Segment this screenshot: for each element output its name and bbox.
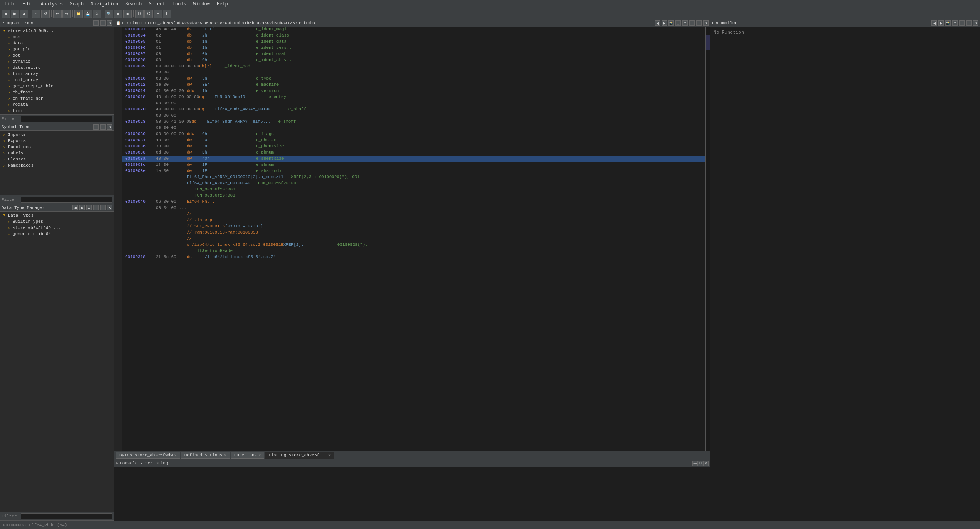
console-min[interactable]: — (692, 461, 698, 466)
symbol-tree-item[interactable]: ▷Exports (0, 138, 114, 144)
code-line[interactable]: 001000380d 00dw Dhe_phnum (122, 150, 705, 156)
program-tree-item[interactable]: ▷rodata (0, 102, 114, 108)
code-line[interactable]: 0010000601db 1he_ident_vers... (122, 45, 705, 52)
listing-min[interactable]: — (689, 20, 695, 26)
code-line[interactable]: Elf64_Phdr_ARRAY_00100040[3].p_memsz+1XR… (122, 175, 705, 181)
code-line[interactable]: 00 00 00 (122, 101, 705, 107)
menu-analysis[interactable]: Analysis (38, 1, 66, 8)
code-line[interactable]: 0010003e1e 00dw 1Ehe_shstrndx (122, 169, 705, 175)
toolbar-open[interactable]: 📁 (74, 10, 83, 18)
program-tree-item[interactable]: ▼store_ab2c5f9d9.... (0, 28, 114, 34)
menu-search[interactable]: Search (122, 1, 145, 8)
listing-tab[interactable]: Functions✕ (231, 452, 264, 459)
decompiler-snapshot[interactable]: 📸 (945, 20, 951, 26)
menu-edit[interactable]: Edit (20, 1, 37, 8)
menu-file[interactable]: File (2, 1, 19, 8)
toolbar-refresh[interactable]: ↺ (41, 10, 50, 18)
listing-expand[interactable]: ⊞ (675, 20, 681, 26)
code-line[interactable]: Elf64_Phdr_ARRAY_00100040FUN_00356f20:00… (122, 181, 705, 187)
code-line[interactable]: 0010002850 66 41 00 00dq Elf64_Shdr_ARRA… (122, 119, 705, 125)
console-content[interactable] (114, 467, 710, 521)
menu-help[interactable]: Help (214, 1, 231, 8)
code-line[interactable]: // .interp (122, 218, 705, 224)
code-line[interactable]: 0010003c1f 00dw 1Fhe_shnum (122, 162, 705, 169)
decompiler-close[interactable]: ✕ (973, 20, 978, 26)
data-type-close[interactable]: ✕ (107, 205, 112, 210)
code-line[interactable]: // (122, 212, 705, 218)
code-line[interactable]: 00 00 (122, 70, 705, 76)
toolbar-label[interactable]: L (163, 10, 171, 18)
code-line[interactable]: 0010000900 00 00 00 00 00db[7] e_ident_p… (122, 64, 705, 70)
tab-close-icon[interactable]: ✕ (174, 453, 177, 457)
program-trees-content[interactable]: ▼store_ab2c5f9d9....▷bss▷data▷got plt▷go… (0, 27, 114, 114)
data-type-item[interactable]: ▷store_ab2c5f9d9.... (0, 225, 114, 231)
code-line[interactable]: FUN_00356f20:003 (122, 187, 705, 193)
code-line[interactable]: 0010000402db 2he_ident_class (122, 33, 705, 39)
decompiler-min[interactable]: — (959, 20, 965, 26)
data-type-content[interactable]: ▼Data Types▷BuiltInTypes▷store_ab2c5f9d9… (0, 212, 114, 512)
listing-close[interactable]: ✕ (703, 20, 709, 26)
decompiler-max[interactable]: □ (966, 20, 972, 26)
data-type-nav-fwd[interactable]: ▶ (79, 205, 85, 210)
data-type-min[interactable]: — (93, 205, 99, 210)
code-line[interactable]: _lf$ectionHeade (122, 249, 705, 255)
code-line[interactable]: 0010000501db 1he_ident_data (122, 39, 705, 45)
symbol-tree-item[interactable]: ▷Imports (0, 132, 114, 138)
symbol-tree-item[interactable]: ▷Classes (0, 156, 114, 162)
listing-nav-back[interactable]: ◀ (655, 20, 660, 26)
program-tree-item[interactable]: ▷fini (0, 108, 114, 114)
code-line[interactable]: 0010003638 00dw 38he_phentsize (122, 144, 705, 150)
data-type-nav-back[interactable]: ◀ (72, 205, 78, 210)
tab-close-icon[interactable]: ✕ (224, 453, 226, 457)
data-type-filter-input[interactable] (21, 513, 112, 519)
symbol-tree-item[interactable]: ▷Labels (0, 150, 114, 156)
menu-graph[interactable]: Graph (67, 1, 87, 8)
toolbar-run[interactable]: ▶ (114, 10, 122, 18)
code-line[interactable]: 0010002040 00 00 00 00 00dq Elf64_Phdr_A… (122, 107, 705, 113)
symbol-tree-close[interactable]: ✕ (107, 124, 112, 130)
data-type-item[interactable]: ▷BuiltInTypes (0, 219, 114, 225)
console-max[interactable]: □ (698, 461, 703, 466)
listing-tab[interactable]: Bytes store_ab2c5f9d9✕ (116, 452, 180, 459)
toolbar-function[interactable]: F (154, 10, 162, 18)
symbol-tree-min[interactable]: — (93, 124, 99, 130)
program-tree-item[interactable]: ▷got plt (0, 46, 114, 52)
code-line[interactable]: 0010000145 4c 44ds "ELF"e_ident_magi... (122, 27, 705, 33)
code-line[interactable]: 0010000700db 0he_ident_osabi (122, 52, 705, 58)
decompiler-help[interactable]: ? (952, 20, 958, 26)
program-tree-item[interactable]: ▷gcc_except_table (0, 83, 114, 89)
code-line[interactable]: 001003182f 6c 69ds "/lib64/ld-linux-x86-… (122, 255, 705, 261)
program-tree-item[interactable]: ▷dynamic (0, 58, 114, 65)
menu-select[interactable]: Select (146, 1, 168, 8)
program-trees-close[interactable]: ✕ (107, 20, 112, 26)
toolbar-undo[interactable]: ↩ (53, 10, 62, 18)
data-type-max[interactable]: □ (100, 205, 106, 210)
code-line[interactable]: // SHT_PROGBITS [0x318 - 0x333] (122, 224, 705, 230)
program-trees-filter-input[interactable] (21, 116, 112, 122)
tab-close-icon[interactable]: ✕ (328, 453, 331, 457)
menu-window[interactable]: Window (190, 1, 213, 8)
code-line[interactable]: 0010003000 00 00 00ddw 0he_flags (122, 132, 705, 138)
code-line[interactable]: 0010003440 00dw 40he_ehsize (122, 138, 705, 144)
symbol-tree-item[interactable]: ▷Namespaces (0, 162, 114, 169)
tab-close-icon[interactable]: ✕ (258, 453, 261, 457)
toolbar-up[interactable]: ▲ (20, 10, 28, 18)
code-area[interactable]: 0010000145 4c 44ds "ELF"e_ident_magi...0… (122, 27, 705, 451)
code-line[interactable]: 00 00 00 (122, 125, 705, 132)
data-type-nav-up[interactable]: ▲ (86, 205, 92, 210)
code-line[interactable]: 00 00 00 (122, 113, 705, 119)
code-line[interactable]: 001000123e 00dw 3Ehe_machine (122, 82, 705, 88)
program-tree-item[interactable]: ▷bss (0, 34, 114, 40)
data-type-item[interactable]: ▼Data Types (0, 212, 114, 219)
code-line[interactable]: // (122, 236, 705, 242)
program-tree-item[interactable]: ▷data (0, 40, 114, 46)
program-tree-item[interactable]: ▷init_array (0, 77, 114, 83)
menu-tools[interactable]: Tools (169, 1, 189, 8)
menu-navigation[interactable]: Navigation (87, 1, 121, 8)
listing-nav-fwd[interactable]: ▶ (662, 20, 667, 26)
listing-tab[interactable]: Defined Strings✕ (181, 452, 230, 459)
program-tree-item[interactable]: ▷data.rel.ro (0, 65, 114, 71)
listing-tab[interactable]: Listing store_ab2c5f...✕ (265, 452, 334, 459)
code-line[interactable]: // ram:00100318-ram:00100333 (122, 230, 705, 236)
symbol-tree-item[interactable]: ▷Functions (0, 144, 114, 150)
